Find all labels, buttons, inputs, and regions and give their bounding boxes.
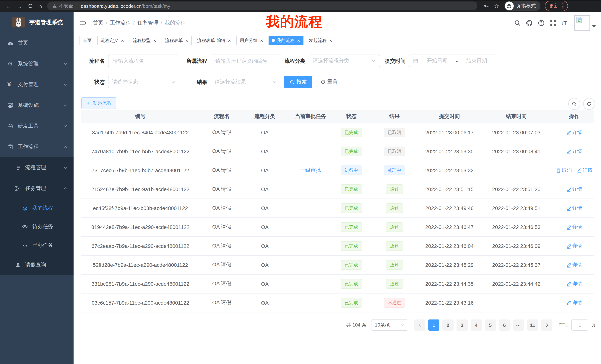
page-size-select[interactable]: 10条/页	[371, 319, 408, 331]
status-select[interactable]: 请选择状态	[108, 76, 180, 88]
cell-result: 处理中	[368, 165, 421, 175]
sidebar-item-done-task[interactable]: 已办任务	[0, 236, 74, 255]
collapse-sidebar-icon[interactable]	[80, 20, 86, 26]
sidebar-item-todo-task[interactable]: 待办任务	[0, 217, 74, 236]
cell-end-time: 2022-01-22 23:46:09	[478, 243, 555, 249]
close-icon[interactable]: ×	[153, 38, 156, 43]
table-row: 3ad174fb-7b9d-11ec-8404-acde48001122OA 请…	[81, 123, 594, 142]
create-process-button[interactable]: ＋ 发起流程	[81, 97, 116, 109]
sidebar-item-leave-query[interactable]: 请假查询	[0, 255, 74, 275]
sidebar-item-my-process[interactable]: 我的流程	[0, 199, 74, 217]
close-icon[interactable]: ×	[329, 38, 332, 43]
process-name-input[interactable]	[108, 55, 180, 67]
password-key-icon[interactable]	[483, 3, 489, 9]
sidebar-item-workflow[interactable]: 工作流程	[0, 136, 74, 157]
table-refresh-icon[interactable]	[583, 98, 595, 110]
detail-action[interactable]: 详情	[566, 224, 582, 230]
page-button-1[interactable]: 1	[428, 319, 440, 331]
detail-action[interactable]: 详情	[566, 262, 582, 268]
page-button-3[interactable]: 3	[457, 319, 468, 331]
browser-menu-icon[interactable]	[562, 3, 563, 9]
definition-input[interactable]	[210, 55, 282, 67]
tab-流程表单[interactable]: 流程表单×	[161, 36, 191, 45]
tab-流程表单-编辑[interactable]: 流程表单-编辑×	[194, 36, 234, 45]
github-icon[interactable]	[526, 20, 533, 26]
end-date-placeholder: 结束日期	[460, 57, 493, 64]
close-icon[interactable]: ×	[260, 38, 263, 43]
sidebar-item-home[interactable]: 首页	[0, 33, 74, 53]
page-button-5[interactable]: 5	[485, 319, 496, 331]
page-ellipsis[interactable]: ···	[513, 319, 524, 331]
start-date-placeholder: 开始日期	[421, 57, 454, 64]
avatar[interactable]	[574, 15, 590, 31]
back-icon[interactable]: ←	[6, 3, 11, 9]
cell-submit-time: 2022-01-22 23:43:16	[421, 300, 478, 306]
breadcrumb-item[interactable]: 任务管理	[137, 20, 158, 26]
home-icon[interactable]: ⌂	[39, 3, 42, 9]
cancel-action[interactable]: 取消	[556, 167, 572, 174]
update-button[interactable]: 更新	[545, 1, 568, 11]
cell-result: 通过	[368, 260, 421, 270]
close-icon[interactable]: ×	[185, 38, 188, 43]
goto-page-input[interactable]	[571, 319, 588, 331]
cell-actions: 取消详情	[555, 167, 594, 174]
detail-action[interactable]: 详情	[566, 129, 582, 136]
search-button[interactable]: 搜索	[284, 76, 312, 88]
briefcase-icon	[7, 144, 14, 150]
detail-action[interactable]: 详情	[566, 243, 582, 249]
fullscreen-icon[interactable]	[550, 20, 556, 26]
result-badge: 通过	[386, 222, 403, 232]
detail-action[interactable]: 详情	[577, 167, 592, 174]
prev-page-button[interactable]	[414, 319, 425, 331]
result-badge: 通过	[386, 241, 403, 251]
sidebar-item-payment[interactable]: ¥支付管理	[0, 74, 74, 95]
page-button-11[interactable]: 11	[527, 319, 538, 331]
tab-我的流程[interactable]: 我的流程×	[269, 36, 303, 45]
cell-id: 03c6c157-7b9a-11ec-a290-acde48001122	[81, 300, 200, 306]
tab-用户分组[interactable]: 用户分组×	[236, 36, 266, 45]
result-select[interactable]: 请选择流结果	[210, 76, 281, 88]
page-button-2[interactable]: 2	[442, 319, 453, 331]
detail-action[interactable]: 详情	[566, 280, 582, 287]
breadcrumb-item[interactable]: 首页	[93, 20, 103, 26]
sidebar-item-process-mgmt[interactable]: 流程管理	[0, 157, 74, 178]
help-icon[interactable]	[538, 20, 545, 26]
tab-流程模型[interactable]: 流程模型×	[130, 36, 159, 45]
cell-name: OA 请假	[200, 243, 244, 249]
app-logo[interactable]: 芋道管理系统	[0, 12, 74, 33]
tab-发起流程[interactable]: 发起流程×	[306, 36, 335, 45]
tab-流程定义[interactable]: 流程定义×	[97, 36, 127, 45]
tab-首页[interactable]: 首页	[80, 36, 95, 45]
category-select[interactable]: 请选择流程分类	[309, 55, 380, 67]
reload-icon[interactable]	[28, 3, 33, 9]
result-label: 结果	[186, 76, 207, 88]
sidebar-item-system[interactable]: ⚙系统管理	[0, 53, 74, 74]
table-search-toggle-icon[interactable]	[568, 98, 580, 110]
status-badge: 已完成	[341, 203, 362, 213]
detail-action[interactable]: 详情	[566, 205, 582, 211]
sidebar-item-devtools[interactable]: 研发工具	[0, 116, 74, 136]
page-button-4[interactable]: 4	[471, 319, 482, 331]
cell-actions: 详情	[555, 243, 594, 249]
url-bar[interactable]: 不安全 dashboard.yudao.iocoder.cn/bpm/task/…	[47, 1, 477, 10]
next-page-button[interactable]	[541, 319, 552, 331]
sidebar-item-infra[interactable]: 基础设施	[0, 95, 74, 116]
close-icon[interactable]: ×	[228, 38, 231, 43]
breadcrumb-item[interactable]: 工作流程	[110, 20, 131, 26]
sidebar-item-task-mgmt[interactable]: 任务管理	[0, 178, 74, 199]
column-header: 当前审批任务	[286, 113, 335, 120]
forward-icon[interactable]: →	[17, 3, 22, 9]
avatar-caret-down-icon[interactable]	[592, 25, 596, 28]
close-icon[interactable]: ×	[297, 38, 300, 43]
detail-action[interactable]: 详情	[566, 148, 582, 155]
close-icon[interactable]: ×	[121, 38, 124, 43]
detail-action[interactable]: 详情	[566, 299, 582, 306]
bookmark-star-icon[interactable]: ☆	[494, 3, 499, 9]
detail-action[interactable]: 详情	[566, 186, 582, 192]
task-link[interactable]: 一级审批	[300, 167, 321, 174]
search-icon[interactable]	[514, 20, 521, 26]
date-range-picker[interactable]: 开始日期 - 结束日期	[409, 55, 497, 67]
font-size-icon[interactable]: tT	[562, 20, 568, 26]
reset-button[interactable]: 重置	[317, 76, 341, 88]
page-button-6[interactable]: 6	[499, 319, 510, 331]
